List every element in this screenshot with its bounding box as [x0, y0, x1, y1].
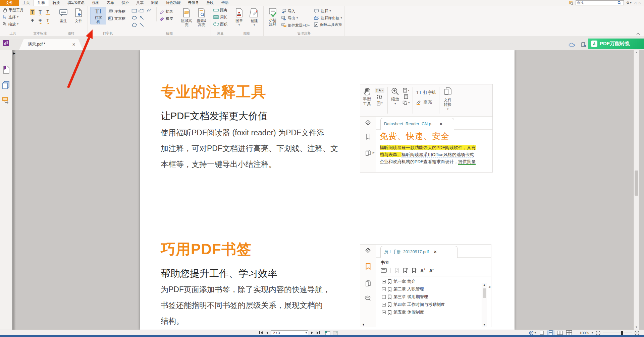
hand-tool-button[interactable]: 手型工具 — [2, 7, 23, 13]
menu-browse[interactable]: 浏览 — [147, 0, 162, 6]
measure-perimeter-button[interactable]: 周长 — [213, 14, 227, 20]
menu-form[interactable]: 表单 — [103, 0, 118, 6]
stamp-button[interactable]: 图章 ▾ — [232, 7, 246, 26]
menu-fill-sign[interactable]: 填写&签名 — [64, 0, 88, 6]
doc-tab[interactable]: 演示.pdf * ✕ — [19, 39, 83, 50]
document-canvas[interactable]: ▶ 专业的注释工具 让PDF文档发挥更大价值 使用福昕PDF阅读器 (foxit… — [12, 50, 639, 330]
line-shape-icon[interactable] — [139, 22, 145, 27]
previous-view-icon[interactable] — [325, 331, 330, 335]
continuous-view-icon[interactable] — [548, 330, 554, 335]
keep-tool-selected-checkbox[interactable]: 保持工具选择 — [314, 22, 342, 27]
find-next-icon[interactable]: ▷ — [639, 1, 641, 5]
zoom-tool-button[interactable]: 缩放▾ — [2, 21, 23, 27]
section1-title: 专业的注释工具 — [161, 82, 266, 102]
previous-page-icon[interactable] — [266, 331, 269, 335]
rectangle-shape-icon[interactable] — [131, 8, 137, 13]
scroll-up-icon[interactable]: ▲ — [634, 50, 639, 55]
menu-file[interactable]: 文件 — [0, 0, 19, 6]
menu-comment[interactable]: 注释 — [34, 0, 49, 6]
single-page-view-icon[interactable] — [539, 330, 545, 335]
email-fdf-button[interactable]: 邮件发送FDF — [281, 22, 310, 28]
cloud-icon[interactable] — [569, 42, 575, 47]
zoom-in-button[interactable] — [635, 331, 639, 335]
pencil-button[interactable]: 铅笔 — [159, 8, 173, 14]
oval-shape-icon[interactable] — [131, 15, 137, 20]
polygon-shape-icon[interactable] — [131, 22, 137, 27]
page-thumbnails-icon[interactable] — [2, 81, 10, 89]
find-input-box[interactable] — [576, 0, 624, 5]
font-decrease-icon: A- — [429, 268, 433, 273]
polyline-shape-icon[interactable] — [146, 8, 152, 13]
mini-doc-tab: Datasheet_Reader_CN.p... ✕ — [380, 118, 454, 130]
squiggly-underline-icon[interactable]: T — [38, 9, 42, 15]
bookmark-panel-icon[interactable] — [2, 65, 10, 74]
measure-area-button[interactable]: 面积 — [213, 21, 227, 27]
save-to-device-icon[interactable] — [581, 42, 586, 47]
strikeout-text-icon[interactable]: T — [30, 18, 35, 23]
callout-button[interactable]: 注释框 — [108, 8, 125, 14]
summarize-comments-button[interactable]: 小结注释 — [266, 7, 279, 26]
reading-mode-button[interactable]: ▾ — [529, 331, 536, 335]
find-prev-icon[interactable]: ◁ — [634, 1, 637, 5]
export-comments-button[interactable]: 导出▾ — [281, 15, 310, 21]
zoom-out-button[interactable] — [596, 331, 600, 335]
find-input[interactable] — [576, 1, 618, 5]
scroll-down-icon[interactable]: ▼ — [634, 325, 639, 330]
import-comments-button[interactable]: 导入 — [281, 8, 310, 14]
menu-protect[interactable]: 保护 — [118, 0, 132, 6]
next-page-icon[interactable] — [311, 331, 314, 335]
zoom-slider-thumb[interactable] — [621, 331, 623, 335]
find-in-doc-icon[interactable] — [569, 1, 573, 5]
vertical-scrollbar[interactable]: ▲ ▼ — [634, 50, 639, 330]
pdf-convert-button[interactable]: PDF万能转换 — [588, 39, 644, 49]
chevron-down-icon[interactable]: ▾ — [592, 332, 593, 334]
menu-features[interactable]: 特色功能 — [162, 0, 184, 6]
scrollbar-thumb[interactable] — [635, 171, 638, 196]
comments-panel-icon[interactable] — [2, 96, 10, 105]
close-tab-icon[interactable]: ✕ — [72, 42, 75, 47]
menu-slideshow[interactable]: 放映 — [203, 0, 217, 6]
underline-text-icon[interactable]: T — [46, 9, 50, 15]
file-attachment-button[interactable]: 文件 — [72, 7, 85, 23]
first-page-icon[interactable] — [259, 331, 263, 335]
menu-help[interactable]: 帮助 — [217, 0, 232, 6]
hand-icon — [363, 87, 371, 96]
panel-edge-shadow — [12, 50, 16, 330]
search-highlight-button[interactable]: 搜索&高亮 — [195, 7, 208, 27]
menu-view[interactable]: 视图 — [88, 0, 103, 6]
expand-plus-icon — [382, 303, 386, 307]
select-tool-button[interactable]: 选择▾ — [2, 14, 23, 20]
comment-popup-button[interactable]: 注释弹出框▾ — [314, 15, 342, 21]
insert-text-icon[interactable]: T — [46, 18, 50, 23]
menu-home[interactable]: 主页 — [19, 0, 34, 6]
note-button[interactable]: 备注 — [57, 7, 70, 23]
last-page-icon[interactable] — [316, 331, 320, 335]
zoom-slider[interactable] — [603, 333, 632, 333]
collapse-ribbon-icon[interactable] — [636, 32, 640, 35]
pdf-page: 专业的注释工具 让PDF文档发挥更大价值 使用福昕PDF阅读器 (foxit r… — [140, 50, 515, 330]
area-highlight-button[interactable]: 区域高亮 — [177, 7, 193, 27]
menu-convert[interactable]: 转换 — [49, 0, 64, 6]
expand-panel-icon[interactable]: ▶ — [13, 52, 15, 55]
textbox-button[interactable]: 文本框 — [108, 15, 125, 21]
replace-text-icon[interactable]: T — [38, 18, 42, 23]
eraser-button[interactable]: 橡皮 — [159, 15, 173, 21]
divider — [390, 268, 391, 273]
cloud-shape-icon[interactable] — [139, 8, 145, 13]
continuous-facing-view-icon[interactable] — [566, 330, 572, 335]
arrow-shape-icon[interactable] — [139, 15, 145, 20]
comments-panel-button[interactable]: 注释▾ — [314, 8, 342, 14]
menu-cloud[interactable]: 云服务 — [184, 0, 203, 6]
page-number-input[interactable]: 2 / 3 ▾ — [271, 330, 308, 335]
next-view-icon[interactable] — [333, 331, 338, 335]
chevron-down-icon: ▾ — [630, 2, 632, 4]
stamp-create-button[interactable]: 创建 ▾ — [248, 7, 261, 26]
menu-share[interactable]: 共享 — [132, 0, 147, 6]
facing-view-icon[interactable] — [557, 330, 563, 335]
highlight-text-icon[interactable]: T — [30, 9, 35, 15]
typewriter-button[interactable]: TI 打字机 — [90, 7, 106, 24]
measure-distance-button[interactable]: 距离 — [213, 7, 227, 13]
scroll-thumb — [483, 288, 486, 298]
zoom-level-label[interactable]: 100% — [580, 331, 589, 335]
find-options-button[interactable]: ⚙ ▾ — [626, 1, 632, 5]
